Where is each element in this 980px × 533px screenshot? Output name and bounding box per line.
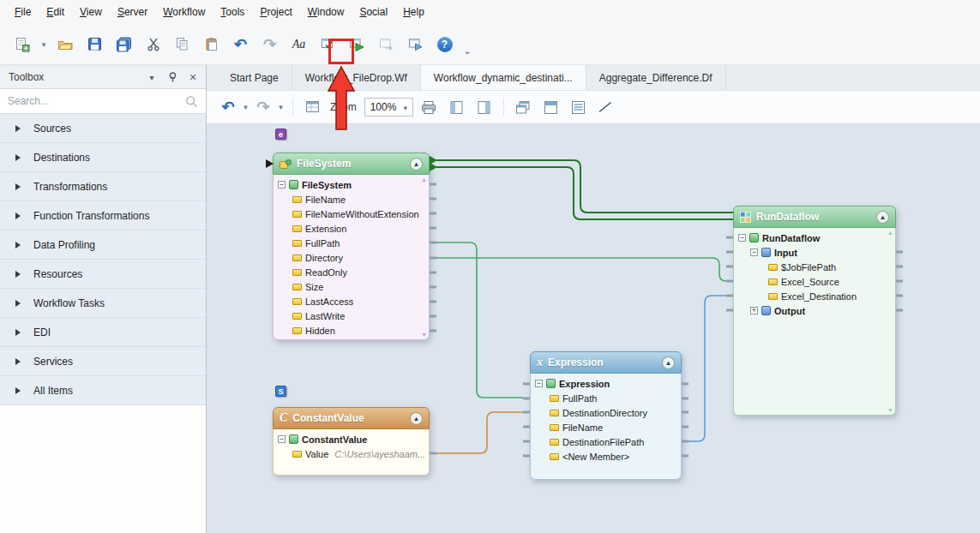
tree-value-row[interactable]: ValueC:\Users\ayeshaam...	[274, 446, 429, 461]
event-badge[interactable]: e	[275, 129, 286, 140]
save-button[interactable]	[83, 33, 106, 56]
run-button[interactable]	[404, 33, 427, 56]
tree-field-row[interactable]: Extension	[274, 221, 429, 236]
deploy-button[interactable]	[375, 33, 398, 56]
tree-field-row[interactable]: FileNameWithoutExtension	[274, 207, 429, 221]
tab-aggregate-difference[interactable]: Aggregate_Difference.Df	[586, 65, 726, 90]
paste-button[interactable]	[200, 33, 223, 56]
tree-field-row[interactable]: DestinationDirectory	[531, 405, 681, 420]
collapse-button[interactable]	[410, 412, 423, 425]
constantvalue-node[interactable]: C ConstantValue ConstantValue ValueC:\Us…	[273, 407, 430, 476]
draw-link-button[interactable]	[594, 96, 617, 119]
toolbox-section-edi[interactable]: EDI	[0, 318, 206, 347]
tree-root-row[interactable]: ConstantValue	[274, 432, 429, 446]
expression-node[interactable]: x Expression Expression FullPath Destina…	[530, 351, 682, 480]
constantvalue-node-header[interactable]: C ConstantValue	[273, 407, 430, 429]
pin-icon[interactable]	[166, 71, 178, 83]
toolbar-overflow-chevron-icon[interactable]	[462, 39, 472, 63]
layout-vertical-button[interactable]	[567, 96, 590, 119]
menu-window[interactable]: Window	[300, 2, 352, 22]
start-job-button[interactable]	[346, 33, 369, 56]
filesystem-node-header[interactable]: FileSystem	[273, 153, 430, 175]
expression-node-header[interactable]: x Expression	[530, 351, 682, 374]
page-setup-button[interactable]	[445, 96, 468, 119]
verify-button[interactable]	[316, 33, 340, 56]
menu-project[interactable]: Project	[252, 2, 299, 22]
new-document-button[interactable]	[10, 33, 33, 56]
tree-field-row[interactable]: DestinationFilePath	[531, 434, 681, 449]
menu-file[interactable]: File	[7, 2, 39, 22]
print-button[interactable]	[418, 96, 441, 119]
rundataflow-node-header[interactable]: RunDataflow	[733, 206, 896, 228]
tree-field-row[interactable]: FileName	[274, 192, 429, 207]
collapse-button[interactable]	[410, 158, 423, 171]
toolbox-section-transformations[interactable]: Transformations	[0, 172, 206, 201]
tree-field-row[interactable]: LastAccess	[274, 294, 429, 308]
toolbox-section-services[interactable]: Services	[0, 347, 206, 376]
filesystem-node[interactable]: FileSystem FileSystem FileName FileNameW…	[273, 153, 430, 340]
tree-field-row[interactable]: <New Member>	[531, 449, 681, 464]
scroll-down-icon[interactable]	[887, 407, 893, 413]
scroll-down-icon[interactable]	[421, 332, 427, 338]
rundataflow-node[interactable]: RunDataflow RunDataflow Input $JobFilePa…	[733, 206, 896, 416]
canvas-undo-button[interactable]	[219, 96, 237, 119]
tree-field-row[interactable]: Excel_Destination	[734, 289, 895, 303]
canvas-redo-button[interactable]	[254, 96, 273, 119]
menu-tools[interactable]: Tools	[213, 2, 252, 22]
tab-workflow-filedrop[interactable]: Workflow_FileDrop.Wf	[292, 65, 421, 90]
canvas-redo-dropdown[interactable]	[277, 96, 285, 119]
new-document-dropdown[interactable]	[39, 33, 48, 56]
toolbox-section-function-transformations[interactable]: Function Transformations	[0, 201, 206, 231]
menu-server[interactable]: Server	[110, 2, 155, 22]
toolbox-menu-chevron-icon[interactable]	[146, 71, 158, 83]
toolbox-section-resources[interactable]: Resources	[0, 260, 206, 289]
menu-help[interactable]: Help	[395, 2, 432, 22]
tree-field-row[interactable]: FileName	[531, 420, 681, 434]
menu-workflow[interactable]: Workflow	[155, 2, 213, 22]
font-button[interactable]: Aa	[287, 33, 310, 56]
collapse-expander-icon[interactable]	[750, 249, 758, 256]
tree-input-row[interactable]: Input	[734, 245, 895, 260]
tree-field-row[interactable]: LastWrite	[274, 308, 429, 323]
scroll-up-icon[interactable]	[421, 177, 427, 183]
search-input[interactable]	[8, 95, 180, 107]
menu-edit[interactable]: Edit	[39, 2, 72, 22]
toolbox-section-destinations[interactable]: Destinations	[0, 143, 206, 172]
toolbox-section-workflow-tasks[interactable]: Workflow Tasks	[0, 289, 206, 318]
tree-field-row[interactable]: FullPath	[274, 236, 429, 250]
tree-field-row[interactable]: Excel_Source	[734, 274, 895, 289]
toolbox-section-data-profiling[interactable]: Data Profiling	[0, 231, 206, 260]
help-button[interactable]	[433, 33, 456, 56]
undo-button[interactable]	[229, 33, 252, 56]
tree-field-row[interactable]: Hidden	[274, 323, 429, 338]
menu-social[interactable]: Social	[352, 2, 395, 22]
collapse-button[interactable]	[662, 356, 675, 369]
workflow-design-canvas[interactable]: e S FileSystem FileSystem FileName FileN…	[207, 124, 980, 533]
tree-output-row[interactable]: Output	[734, 303, 895, 318]
tab-start-page[interactable]: Start Page	[217, 65, 292, 90]
tree-root-row[interactable]: RunDataflow	[734, 231, 895, 245]
tree-field-row[interactable]: FullPath	[531, 391, 681, 405]
preview-button[interactable]	[301, 96, 324, 119]
collapse-button[interactable]	[876, 211, 889, 224]
tab-workflow-dynamic-destination[interactable]: Workflow_dynamic_destinati...	[421, 65, 586, 90]
tree-root-row[interactable]: FileSystem	[274, 177, 429, 192]
toolbox-section-sources[interactable]: Sources	[0, 114, 206, 143]
collapse-expander-icon[interactable]	[278, 435, 286, 443]
collapse-expander-icon[interactable]	[738, 234, 746, 242]
singleton-badge[interactable]: S	[275, 386, 286, 397]
tree-field-row[interactable]: $JobFilePath	[734, 260, 895, 274]
redo-button[interactable]	[258, 33, 281, 56]
copy-button[interactable]	[171, 33, 194, 56]
collapse-expander-icon[interactable]	[278, 181, 286, 189]
tree-field-row[interactable]: Directory	[274, 250, 429, 265]
canvas-undo-dropdown[interactable]	[242, 96, 250, 119]
tree-field-row[interactable]: Size	[274, 279, 429, 294]
tree-field-row[interactable]: ReadOnly	[274, 265, 429, 279]
scroll-up-icon[interactable]	[887, 230, 893, 236]
menu-view[interactable]: View	[72, 2, 110, 22]
save-all-button[interactable]	[112, 33, 135, 56]
collapse-expander-icon[interactable]	[535, 380, 543, 387]
toolbox-section-all-items[interactable]: All Items	[0, 376, 206, 405]
expand-expander-icon[interactable]	[750, 307, 758, 314]
